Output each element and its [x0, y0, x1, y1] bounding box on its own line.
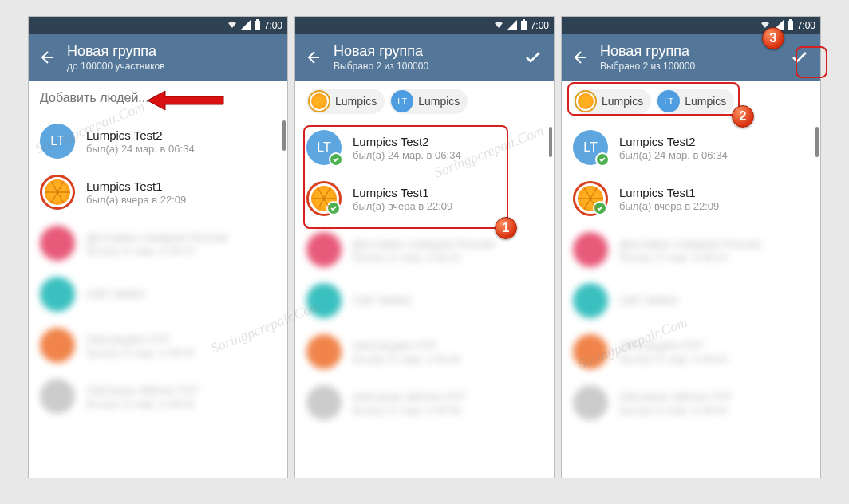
avatar: LT [40, 124, 75, 159]
back-arrow-icon[interactable] [571, 49, 587, 65]
contact-row-blurred[interactable]: Доставка товаров Россиябыл(а) 21 мар. в … [295, 224, 554, 275]
header-subtitle: Выбрано 2 из 100000 [334, 61, 509, 72]
phone-screen-2: 7:00 Новая группа Выбрано 2 из 100000 Lu… [294, 16, 555, 478]
chip-avatar [308, 90, 330, 112]
contact-row-blurred[interactable]: ЛИСИЦИН ПТГбыл(а) 21 мар. в 08:00 [562, 326, 820, 377]
battery-icon [787, 19, 794, 33]
contact-row-blurred[interactable]: ОКСАНА ЖЕНА ПТГбыл(а) 21 мар. в 08:00 [562, 377, 820, 428]
selected-chips-area: Lumpics LT Lumpics [295, 81, 554, 122]
battery-icon [254, 19, 261, 33]
selected-check-icon [329, 152, 343, 167]
svg-rect-2 [521, 21, 527, 30]
contact-row-blurred[interactable]: ОКСАНА ЖЕНА ПТГбыл(а) 21 мар. в 08:00 [29, 371, 287, 422]
avatar: LT [573, 130, 608, 165]
selected-contact-chip[interactable]: LT Lumpics [656, 89, 734, 114]
chip-label: Lumpics [685, 95, 726, 108]
phone-screen-3: 7:00 Новая группа Выбрано 2 из 100000 Lu… [561, 16, 821, 478]
scroll-indicator[interactable] [815, 127, 819, 157]
status-time: 7:00 [797, 20, 815, 31]
contact-name: Lumpics Test1 [353, 186, 543, 199]
contact-row-selected[interactable]: LT Lumpics Test2 был(а) 24 мар. в 06:34 [295, 122, 554, 173]
page-title: Новая группа [67, 43, 281, 60]
svg-rect-5 [789, 19, 792, 21]
confirm-check-icon[interactable] [788, 46, 811, 69]
header-subtitle: до 100000 участников [67, 61, 281, 72]
scroll-indicator[interactable] [282, 120, 286, 151]
contact-name: Lumpics Test1 [86, 179, 276, 193]
contact-list[interactable]: LT Lumpics Test2 был(а) 24 мар. в 06:34 … [562, 122, 820, 478]
back-arrow-icon[interactable] [38, 49, 54, 65]
page-title: Новая группа [600, 43, 776, 60]
contact-name: Lumpics Test1 [619, 186, 809, 199]
contact-status: был(а) вчера в 22:09 [353, 200, 543, 212]
wifi-icon [493, 20, 504, 32]
contact-list[interactable]: LT Lumpics Test2 был(а) 24 мар. в 06:34 … [29, 116, 287, 478]
app-header: Новая группа Выбрано 2 из 100000 [295, 34, 554, 81]
svg-rect-1 [256, 19, 259, 21]
contact-status: был(а) 24 мар. в 06:34 [353, 149, 543, 161]
svg-rect-3 [523, 19, 525, 21]
selected-contact-chip[interactable]: Lumpics [573, 89, 651, 114]
page-title: Новая группа [334, 43, 509, 60]
scroll-indicator[interactable] [549, 127, 552, 157]
wifi-icon [227, 20, 238, 32]
app-header: Новая группа Выбрано 2 из 100000 [562, 34, 820, 81]
selected-contact-chip[interactable]: Lumpics [306, 89, 385, 114]
selected-chips-area: Lumpics LT Lumpics [562, 81, 820, 122]
signal-icon [774, 20, 784, 32]
selected-contact-chip[interactable]: LT Lumpics [389, 89, 468, 114]
selected-check-icon [593, 201, 607, 215]
avatar [40, 175, 75, 210]
add-people-input[interactable] [40, 91, 276, 105]
wifi-icon [760, 20, 771, 32]
chip-label: Lumpics [418, 95, 460, 108]
contact-name: Lumpics Test2 [86, 128, 276, 142]
contact-row-blurred[interactable]: СВТ МИКС [295, 275, 554, 326]
phone-screen-1: 7:00 Новая группа до 100000 участников L… [28, 16, 288, 478]
selected-check-icon [595, 152, 610, 167]
avatar [306, 181, 342, 216]
status-bar: 7:00 [562, 17, 820, 34]
app-header: Новая группа до 100000 участников [29, 34, 287, 81]
contact-row-blurred[interactable]: ЛИСИЦИН ПТГбыл(а) 21 мар. в 08:00 [29, 320, 287, 371]
search-area [29, 81, 287, 116]
avatar: LT [306, 130, 342, 165]
avatar [40, 226, 75, 261]
contact-status: был(а) вчера в 22:09 [619, 200, 809, 212]
contact-row-selected[interactable]: Lumpics Test1 был(а) вчера в 22:09 [562, 173, 820, 224]
status-bar: 7:00 [295, 17, 554, 34]
contact-row-blurred[interactable]: ЛИСИЦИН ПТГбыл(а) 21 мар. в 08:00 [295, 326, 554, 377]
contact-name: Lumpics Test2 [353, 135, 543, 148]
status-bar: 7:00 [29, 17, 287, 34]
back-arrow-icon[interactable] [305, 49, 321, 65]
contact-status: был(а) 24 мар. в 06:34 [86, 143, 276, 155]
avatar [573, 181, 608, 216]
signal-icon [507, 20, 517, 32]
contact-row-blurred[interactable]: СВТ МИКС [562, 275, 820, 326]
status-time: 7:00 [531, 20, 549, 31]
chip-avatar: LT [657, 90, 680, 112]
svg-rect-4 [788, 21, 793, 30]
signal-icon [241, 20, 251, 32]
contact-row[interactable]: Lumpics Test1 был(а) вчера в 22:09 [29, 167, 287, 218]
chip-label: Lumpics [335, 95, 377, 108]
contact-name: Lumpics Test2 [619, 135, 809, 148]
selected-check-icon [326, 201, 341, 215]
confirm-check-icon[interactable] [522, 46, 544, 69]
contact-row-blurred[interactable]: ОКСАНА ЖЕНА ПТГбыл(а) 21 мар. в 08:00 [295, 377, 554, 428]
chip-avatar: LT [391, 90, 413, 112]
battery-icon [520, 19, 527, 33]
contact-list[interactable]: LT Lumpics Test2 был(а) 24 мар. в 06:34 … [295, 122, 554, 478]
chip-label: Lumpics [602, 95, 643, 108]
svg-rect-0 [255, 21, 260, 30]
avatar [40, 328, 75, 363]
contact-row-blurred[interactable]: Доставка товаров Россиябыл(а) 21 мар. в … [29, 218, 287, 269]
contact-status: был(а) 24 мар. в 06:34 [619, 149, 809, 161]
contact-status: был(а) вчера в 22:09 [86, 194, 276, 206]
contact-row[interactable]: LT Lumpics Test2 был(а) 24 мар. в 06:34 [29, 116, 287, 167]
contact-row-selected[interactable]: Lumpics Test1 был(а) вчера в 22:09 [295, 173, 554, 224]
chip-avatar [575, 90, 597, 112]
contact-row-blurred[interactable]: СВТ МИКС [29, 269, 287, 320]
contact-row-blurred[interactable]: Доставка товаров Россиябыл(а) 21 мар. в … [562, 224, 820, 275]
contact-row-selected[interactable]: LT Lumpics Test2 был(а) 24 мар. в 06:34 [562, 122, 820, 173]
